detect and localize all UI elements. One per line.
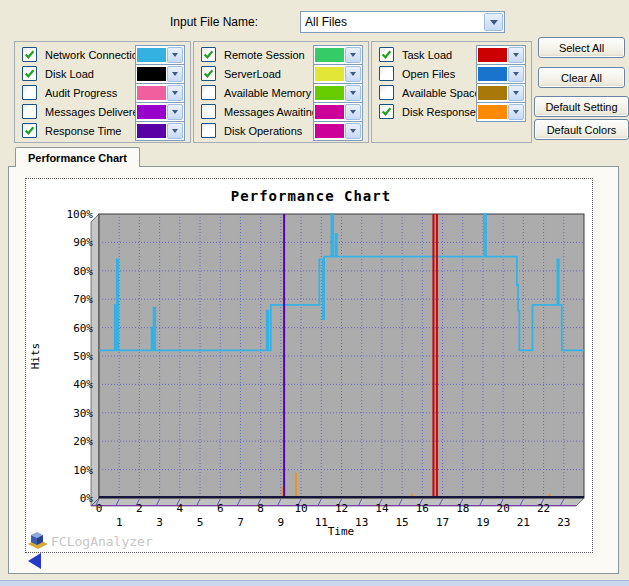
dropdown-arrow-icon[interactable]: [345, 85, 361, 101]
legend-group-3: Task Load Open Files Available Space Dis…: [371, 41, 532, 143]
color-dropdown[interactable]: [135, 64, 185, 84]
color-dropdown[interactable]: [476, 83, 526, 103]
legend-item-available-memory: Available Memory: [194, 83, 368, 102]
legend-item-label: ServerLoad: [216, 68, 313, 80]
legend-checkbox[interactable]: [201, 123, 216, 138]
x-tick-label: 13: [355, 516, 368, 529]
tab-panel: 012345678910111213141516171819202122230%…: [8, 166, 619, 574]
color-dropdown[interactable]: [135, 83, 185, 103]
legend-item-label: Available Space: [394, 87, 476, 99]
check-icon: [203, 68, 214, 79]
check-icon: [24, 68, 35, 79]
color-dropdown[interactable]: [313, 121, 363, 141]
color-swatch: [478, 67, 507, 81]
legend-item-open-files: Open Files: [372, 64, 531, 83]
chevron-down-icon: [172, 72, 178, 76]
color-dropdown[interactable]: [135, 45, 185, 65]
chevron-down-icon: [513, 53, 519, 57]
chevron-down-icon: [172, 110, 178, 114]
check-icon: [24, 49, 35, 60]
input-file-label: Input File Name:: [170, 15, 258, 29]
dropdown-arrow-icon[interactable]: [167, 47, 183, 63]
legend-item-label: Remote Session: [216, 49, 313, 61]
color-dropdown[interactable]: [476, 45, 526, 65]
chart-area: 012345678910111213141516171819202122230%…: [25, 178, 593, 553]
legend-checkbox[interactable]: [201, 47, 216, 62]
input-file-dropdown[interactable]: All Files: [300, 11, 505, 33]
default-setting-button[interactable]: Default Setting: [534, 96, 629, 117]
chevron-down-icon: [172, 91, 178, 95]
legend-checkbox[interactable]: [22, 47, 37, 62]
color-dropdown[interactable]: [476, 64, 526, 84]
y-tick-label: 10%: [73, 464, 93, 477]
legend-checkbox[interactable]: [201, 104, 216, 119]
dropdown-arrow-icon[interactable]: [345, 66, 361, 82]
legend-checkbox[interactable]: [22, 104, 37, 119]
dropdown-arrow-icon[interactable]: [167, 123, 183, 139]
select-all-button[interactable]: Select All: [538, 37, 625, 58]
color-dropdown[interactable]: [476, 102, 526, 122]
dropdown-arrow-icon[interactable]: [167, 66, 183, 82]
color-swatch: [137, 86, 166, 100]
legend-item-available-space: Available Space: [372, 83, 531, 102]
dropdown-arrow-icon[interactable]: [484, 13, 503, 31]
color-dropdown[interactable]: [313, 64, 363, 84]
legend-checkbox[interactable]: [379, 85, 394, 100]
x-tick-label: 2: [136, 502, 143, 515]
chevron-down-icon: [513, 91, 519, 95]
window-bottom-edge: [0, 580, 629, 586]
legend-checkbox[interactable]: [22, 123, 37, 138]
dropdown-arrow-icon[interactable]: [167, 85, 183, 101]
legend-checkbox[interactable]: [379, 104, 394, 119]
chevron-down-icon: [350, 72, 356, 76]
y-axis-label: Hits: [29, 343, 42, 370]
legend-item-serverload: ServerLoad: [194, 64, 368, 83]
legend-checkbox[interactable]: [379, 66, 394, 81]
x-tick-label: 3: [156, 516, 163, 529]
legend-checkbox[interactable]: [379, 47, 394, 62]
y-tick-label: 80%: [73, 265, 93, 278]
chevron-down-icon: [350, 129, 356, 133]
tab-performance-chart[interactable]: Performance Chart: [15, 147, 140, 167]
dropdown-arrow-icon[interactable]: [508, 85, 524, 101]
back-arrow-button[interactable]: [28, 553, 41, 569]
dropdown-arrow-icon[interactable]: [508, 47, 524, 63]
color-swatch: [315, 124, 344, 138]
x-tick-label: 23: [557, 516, 570, 529]
dropdown-arrow-icon[interactable]: [345, 47, 361, 63]
color-swatch: [315, 67, 344, 81]
color-swatch: [137, 48, 166, 62]
legend-item-disk-response-time: Disk Response Time: [372, 102, 531, 121]
color-swatch: [478, 86, 507, 100]
chevron-down-icon: [513, 72, 519, 76]
default-colors-button[interactable]: Default Colors: [534, 119, 629, 140]
legend-checkbox[interactable]: [22, 66, 37, 81]
dropdown-arrow-icon[interactable]: [345, 123, 361, 139]
color-dropdown[interactable]: [313, 83, 363, 103]
dropdown-arrow-icon[interactable]: [345, 104, 361, 120]
performance-chart-svg: 012345678910111213141516171819202122230%…: [26, 179, 592, 552]
x-tick-label: 7: [237, 516, 244, 529]
legend-item-label: Open Files: [394, 68, 476, 80]
legend-item-messages-awaiting: Messages Awaiting: [194, 102, 368, 121]
legend-checkbox[interactable]: [22, 85, 37, 100]
x-tick-label: 5: [197, 516, 204, 529]
color-dropdown[interactable]: [313, 45, 363, 65]
x-tick-label: 8: [257, 502, 264, 515]
dropdown-arrow-icon[interactable]: [167, 104, 183, 120]
chevron-down-icon: [350, 91, 356, 95]
legend-checkbox[interactable]: [201, 85, 216, 100]
dropdown-arrow-icon[interactable]: [508, 104, 524, 120]
legend-group-2: Remote Session ServerLoad Available Memo…: [193, 41, 369, 143]
legend-item-task-load: Task Load: [372, 45, 531, 64]
legend-item-label: Audit Progress: [37, 87, 135, 99]
color-dropdown[interactable]: [135, 102, 185, 122]
x-tick-label: 11: [315, 516, 328, 529]
color-dropdown[interactable]: [313, 102, 363, 122]
clear-all-button[interactable]: Clear All: [538, 67, 625, 88]
color-dropdown[interactable]: [135, 121, 185, 141]
x-tick-label: 19: [476, 516, 489, 529]
dropdown-arrow-icon[interactable]: [508, 66, 524, 82]
legend-checkbox[interactable]: [201, 66, 216, 81]
x-tick-label: 21: [517, 516, 530, 529]
